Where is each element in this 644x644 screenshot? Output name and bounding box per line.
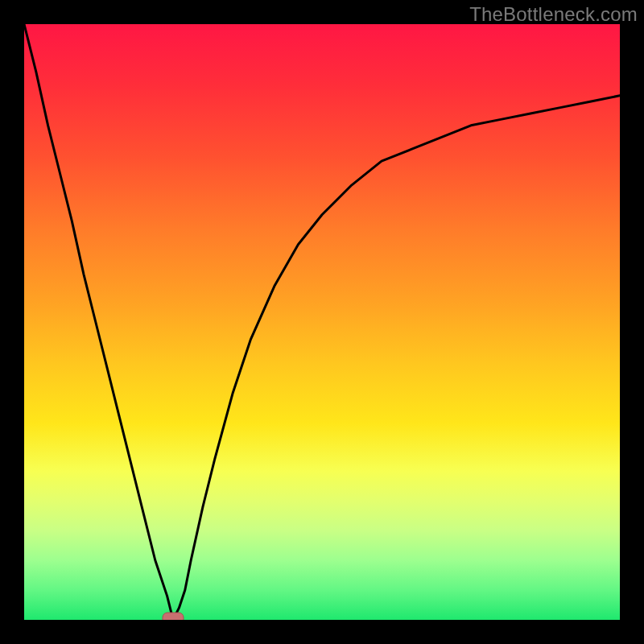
minimum-marker (163, 613, 184, 620)
curve-svg (24, 24, 620, 620)
watermark-text: TheBottleneck.com (469, 3, 638, 26)
chart-frame: TheBottleneck.com (0, 0, 644, 644)
plot-area (24, 24, 620, 620)
bottleneck-curve (24, 24, 620, 620)
